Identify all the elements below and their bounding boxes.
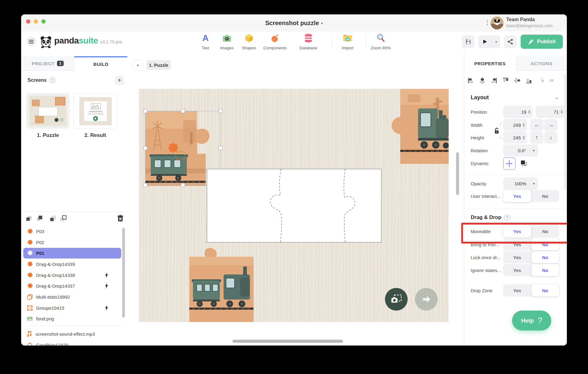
layer-row-selected[interactable]: P01 bbox=[23, 248, 121, 259]
screen-selector-dropdown[interactable]: ▾ bbox=[132, 60, 144, 70]
tool-database[interactable]: Database bbox=[298, 33, 319, 50]
tool-import[interactable]: Import bbox=[337, 33, 358, 50]
layer-row[interactable]: Drag-&-Drop14339 bbox=[23, 259, 121, 270]
drop-zone-toggle[interactable]: Yes No bbox=[503, 284, 559, 297]
nudge-up-button[interactable]: ↑ bbox=[530, 131, 544, 144]
align-right-icon[interactable] bbox=[489, 77, 499, 85]
bring-to-front-icon[interactable] bbox=[60, 215, 67, 223]
canvas-horizontal-scrollbar[interactable] bbox=[232, 340, 343, 343]
ignore-states-toggle[interactable]: Yes No bbox=[503, 264, 559, 276]
position-y-field[interactable]: 71 ▲▼ bbox=[536, 106, 565, 118]
screen-tab-puzzle[interactable]: 1. Puzzle bbox=[146, 60, 171, 70]
layer-row[interactable]: fond.png bbox=[23, 313, 121, 324]
layer-row[interactable]: P03 bbox=[23, 226, 121, 237]
layer-row[interactable]: Drag-&-Drop14338 bbox=[23, 270, 121, 281]
avatar[interactable] bbox=[491, 17, 503, 29]
toggle-no[interactable]: No bbox=[531, 238, 560, 251]
bring-forward-icon[interactable] bbox=[36, 215, 43, 223]
height-field[interactable]: 245 ▲▼ bbox=[503, 131, 527, 144]
opacity-dropdown[interactable]: 100% ▾ bbox=[503, 177, 538, 190]
stepper-icons[interactable]: ▲▼ bbox=[523, 123, 525, 127]
canvas-vertical-scrollbar[interactable] bbox=[456, 152, 459, 195]
more-options-icon[interactable]: ⋮ bbox=[484, 19, 491, 26]
selection-handle-s[interactable] bbox=[181, 183, 185, 187]
account-name[interactable]: Team Panda bbox=[506, 17, 535, 22]
aspect-lock-icon[interactable] bbox=[494, 127, 500, 136]
layer-row[interactable]: Condition12420 bbox=[23, 340, 121, 346]
toggle-yes[interactable]: Yes bbox=[503, 251, 531, 263]
preview-button-group[interactable]: ▾ bbox=[478, 35, 500, 48]
toggle-no[interactable]: No bbox=[531, 284, 560, 297]
screen-thumbnail-puzzle[interactable] bbox=[26, 93, 70, 129]
tool-text[interactable]: A Text bbox=[195, 33, 216, 50]
tool-shapes[interactable]: Shapes bbox=[238, 33, 260, 50]
hamburger-menu-button[interactable] bbox=[26, 36, 36, 47]
layer-row[interactable]: P02 bbox=[23, 237, 121, 248]
toggle-no[interactable]: No bbox=[531, 264, 560, 276]
drop-zone-board[interactable] bbox=[207, 169, 382, 243]
selection-handle-w[interactable] bbox=[143, 146, 147, 150]
puzzle-piece-train-bottom[interactable] bbox=[189, 247, 254, 322]
tab-actions[interactable]: ACTIONS bbox=[516, 56, 567, 71]
selection-handle-e[interactable] bbox=[219, 146, 223, 150]
rotation-dropdown[interactable]: 0.0° ▾ bbox=[503, 144, 538, 157]
width-field[interactable]: 249 ▲▼ bbox=[503, 119, 527, 131]
play-button[interactable] bbox=[478, 39, 492, 44]
next-step-button[interactable] bbox=[415, 288, 438, 311]
tool-components[interactable]: Components bbox=[264, 33, 286, 50]
align-bottom-icon[interactable] bbox=[524, 77, 533, 85]
distribute-vertical-icon[interactable] bbox=[547, 77, 556, 85]
layers-scrollbar[interactable] bbox=[122, 228, 125, 318]
distribute-horizontal-icon[interactable] bbox=[537, 77, 546, 85]
dynamic-fixed-option[interactable] bbox=[518, 157, 530, 169]
nudge-left-button[interactable]: ← bbox=[530, 119, 544, 131]
lock-once-dropped-toggle[interactable]: Yes No bbox=[503, 251, 559, 263]
selection-handle-n[interactable] bbox=[181, 109, 185, 113]
toggle-no[interactable]: No bbox=[531, 251, 560, 263]
toggle-yes[interactable]: Yes bbox=[503, 284, 531, 297]
send-backward-icon[interactable] bbox=[25, 215, 33, 223]
align-left-icon[interactable] bbox=[466, 77, 475, 85]
nudge-right-button[interactable]: → bbox=[544, 119, 558, 131]
layer-row[interactable]: Groupe10415 bbox=[23, 303, 121, 313]
delete-layer-icon[interactable] bbox=[117, 214, 124, 224]
save-button[interactable] bbox=[462, 35, 475, 48]
align-middle-vertical-icon[interactable] bbox=[513, 77, 522, 85]
screens-help-icon[interactable]: ? bbox=[49, 77, 55, 83]
align-center-horizontal-icon[interactable] bbox=[478, 77, 487, 85]
layout-collapse-chevron-icon[interactable]: ⌄ bbox=[555, 94, 559, 100]
stepper-icons[interactable]: ▲▼ bbox=[523, 135, 525, 140]
add-screen-button[interactable]: + bbox=[115, 76, 124, 85]
selection-handle-ne[interactable] bbox=[219, 109, 223, 113]
tab-properties[interactable]: PROPERTIES bbox=[464, 56, 516, 71]
tool-images[interactable]: Images bbox=[216, 33, 238, 50]
toggle-no[interactable]: No bbox=[531, 190, 560, 202]
toggle-yes[interactable]: Yes bbox=[503, 264, 531, 276]
tab-build[interactable]: BUILD bbox=[74, 56, 127, 71]
toggle-no[interactable]: No bbox=[531, 225, 560, 237]
stepper-icons[interactable]: ▲▼ bbox=[561, 110, 563, 114]
toggle-yes[interactable]: Yes bbox=[503, 225, 531, 237]
layer-row[interactable]: screenshot-sound-effect.mp3 bbox=[23, 329, 121, 339]
bring-to-front-toggle[interactable]: Yes No bbox=[503, 238, 559, 251]
selection-handle-sw[interactable] bbox=[143, 183, 147, 187]
dragdrop-help-icon[interactable]: ? bbox=[504, 215, 510, 221]
dynamic-move-option[interactable] bbox=[503, 157, 515, 170]
screen-label-result[interactable]: 2. Result bbox=[74, 132, 117, 138]
layer-row[interactable]: Drag-&-Drop14337 bbox=[23, 281, 121, 291]
share-button[interactable] bbox=[504, 35, 517, 48]
user-interaction-toggle[interactable]: Yes No bbox=[503, 190, 559, 202]
toggle-yes[interactable]: Yes bbox=[503, 238, 531, 251]
screen-label-puzzle[interactable]: 1. Puzzle bbox=[26, 132, 70, 138]
nudge-down-button[interactable]: ↓ bbox=[544, 131, 558, 144]
tool-zoom[interactable]: Zoom 80% bbox=[367, 33, 394, 50]
toggle-yes[interactable]: Yes bbox=[503, 190, 531, 202]
position-x-field[interactable]: 19 ▲▼ bbox=[503, 106, 533, 118]
selection-handle-nw[interactable] bbox=[143, 109, 147, 113]
layout-section-header[interactable]: Layout bbox=[471, 94, 489, 101]
layer-row[interactable]: Multi-etats19992 bbox=[23, 292, 121, 302]
screenshot-capture-button[interactable] bbox=[385, 288, 408, 311]
preview-dropdown-button[interactable]: ▾ bbox=[492, 38, 500, 46]
screen-thumbnail-result[interactable] bbox=[74, 93, 117, 129]
puzzle-piece-train-engine[interactable] bbox=[390, 89, 449, 164]
